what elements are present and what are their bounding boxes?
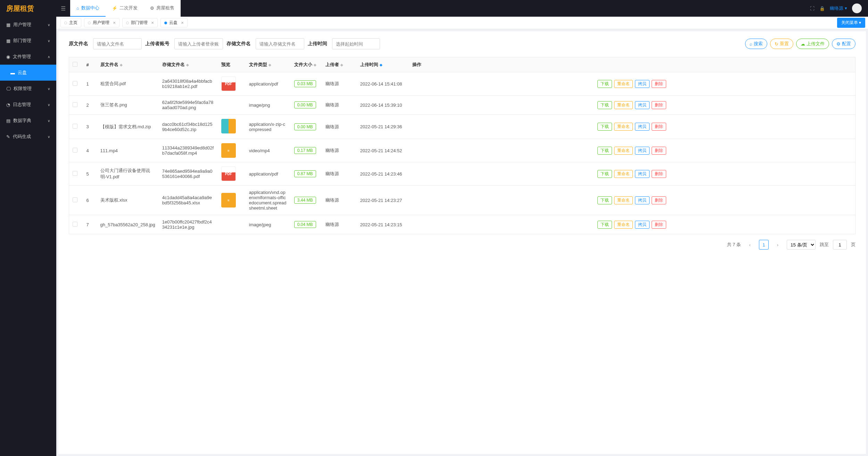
page-tab-1[interactable]: 用户管理✕ (84, 18, 119, 27)
header-tab-0[interactable]: ⌂数据中心 (70, 0, 106, 17)
username-link[interactable]: 幽络源 ▾ (830, 5, 847, 11)
row-index: 7 (83, 215, 97, 234)
row-uploader: 幽络源 (322, 96, 357, 115)
tab-indicator-icon (126, 22, 129, 24)
rename-button[interactable]: 重命名 (614, 196, 633, 204)
config-button[interactable]: ⚙ 配置 (832, 39, 855, 49)
copy-button[interactable]: 拷贝 (635, 147, 650, 155)
folder-icon: ▬ (10, 70, 15, 75)
reset-button[interactable]: ↻ 重置 (770, 39, 793, 49)
rename-button[interactable]: 重命名 (614, 123, 633, 131)
page-size-select[interactable]: 15 条/页 (787, 240, 816, 250)
lock-icon[interactable]: 🔒 (819, 6, 825, 11)
copy-button[interactable]: 拷贝 (635, 123, 650, 131)
delete-button[interactable]: 删除 (652, 221, 666, 229)
copy-button[interactable]: 拷贝 (635, 196, 650, 204)
delete-button[interactable]: 删除 (652, 123, 666, 131)
orig-filename-input[interactable] (93, 38, 142, 49)
avatar[interactable] (852, 3, 862, 13)
row-checkbox[interactable] (73, 81, 77, 86)
menu-toggle-icon[interactable]: ☰ (56, 5, 70, 12)
delete-button[interactable]: 删除 (652, 196, 666, 204)
rename-button[interactable]: 重命名 (614, 80, 633, 88)
row-orig-filename: 租赁合同.pdf (97, 72, 159, 96)
upload-button[interactable]: ☁ 上传文件 (796, 39, 829, 49)
rename-button[interactable]: 重命名 (614, 170, 633, 178)
table-row: 1租赁合同.pdf2a643018f08a4a4bbfacbb19218ab1e… (69, 72, 855, 96)
total-count-text: 共 7 条 (727, 242, 741, 248)
close-menu-button[interactable]: 关闭菜单 ▾ (837, 18, 865, 28)
rename-button[interactable]: 重命名 (614, 221, 633, 229)
row-file-type: image/jpeg (246, 215, 291, 234)
sidebar-item-6[interactable]: ✎代码生成∨ (0, 129, 56, 145)
page-tab-2[interactable]: 部门管理✕ (122, 18, 158, 27)
download-button[interactable]: 下载 (597, 221, 612, 229)
row-upload-time: 2022-06-14 15:41:08 (357, 72, 409, 96)
close-icon[interactable]: ✕ (181, 21, 184, 25)
sort-icon: ◆ (268, 63, 271, 67)
prev-page-button[interactable]: ‹ (745, 240, 755, 250)
col-orig-filename[interactable]: 原文件名◆ (97, 57, 159, 72)
tab-icon: ⌂ (76, 6, 79, 11)
page-suffix: 页 (851, 242, 855, 248)
sidebar-item-5[interactable]: ▤数据字典∨ (0, 113, 56, 129)
menu-icon: ▤ (6, 118, 10, 123)
uploader-input[interactable] (174, 38, 223, 49)
row-checkbox[interactable] (73, 222, 77, 227)
app-logo: 房屋租赁 (0, 4, 56, 13)
sidebar-item-0[interactable]: ▦用户管理∨ (0, 17, 56, 33)
col-store-filename[interactable]: 存储文件名◆ (159, 57, 218, 72)
col-uploader[interactable]: 上传者◆ (322, 57, 357, 72)
delete-button[interactable]: 删除 (652, 80, 666, 88)
search-button[interactable]: ⌕ 搜索 (745, 39, 767, 49)
row-checkbox[interactable] (73, 197, 77, 202)
copy-button[interactable]: 拷贝 (635, 170, 650, 178)
chevron-down-icon: ∨ (48, 103, 50, 107)
copy-button[interactable]: 拷贝 (635, 101, 650, 109)
page-number-1[interactable]: 1 (759, 240, 769, 250)
rename-button[interactable]: 重命名 (614, 101, 633, 109)
delete-button[interactable]: 删除 (652, 101, 666, 109)
menu-icon: ▦ (6, 22, 10, 27)
copy-button[interactable]: 拷贝 (635, 221, 650, 229)
delete-button[interactable]: 删除 (652, 147, 666, 155)
row-checkbox[interactable] (73, 171, 77, 176)
page-jump-input[interactable] (833, 240, 847, 250)
sidebar-item-2[interactable]: ◉文件管理∧ (0, 49, 56, 65)
download-button[interactable]: 下载 (597, 196, 612, 204)
row-checkbox[interactable] (73, 124, 77, 129)
delete-button[interactable]: 删除 (652, 170, 666, 178)
sidebar-item-4[interactable]: ◔日志管理∨ (0, 97, 56, 113)
menu-icon: 🖵 (6, 86, 11, 91)
sidebar-item-3[interactable]: 🖵权限管理∨ (0, 81, 56, 97)
next-page-button[interactable]: › (773, 240, 783, 250)
close-icon[interactable]: ✕ (113, 21, 116, 25)
sidebar-item-1[interactable]: ▦部门管理∨ (0, 33, 56, 49)
orig-filename-label: 原文件名 (69, 41, 88, 47)
row-checkbox[interactable] (73, 102, 77, 107)
download-button[interactable]: 下载 (597, 147, 612, 155)
upload-time-input[interactable] (332, 38, 380, 49)
size-badge: 0.04 MB (294, 221, 316, 228)
select-all-checkbox[interactable] (73, 62, 77, 67)
sidebar-subitem-2-0[interactable]: ▬云盘 (0, 65, 56, 81)
row-checkbox[interactable] (73, 148, 77, 153)
chevron-up-icon: ∧ (48, 55, 50, 59)
close-icon[interactable]: ✕ (151, 21, 154, 25)
rename-button[interactable]: 重命名 (614, 147, 633, 155)
fullscreen-icon[interactable]: ⛶ (810, 6, 815, 11)
refresh-icon: ↻ (775, 41, 778, 47)
download-button[interactable]: 下载 (597, 80, 612, 88)
download-button[interactable]: 下载 (597, 170, 612, 178)
page-tab-0[interactable]: 主页 (60, 18, 81, 27)
col-type[interactable]: 文件类型◆ (246, 57, 291, 72)
download-button[interactable]: 下载 (597, 101, 612, 109)
store-filename-input[interactable] (256, 38, 304, 49)
col-size[interactable]: 文件大小◆ (291, 57, 322, 72)
col-time[interactable]: 上传时间◆ (357, 57, 409, 72)
header-tab-2[interactable]: ⚙房屋租售 (144, 0, 181, 17)
copy-button[interactable]: 拷贝 (635, 80, 650, 88)
download-button[interactable]: 下载 (597, 123, 612, 131)
header-tab-1[interactable]: ⚡二次开发 (106, 0, 144, 17)
page-tab-3[interactable]: 云盘✕ (160, 18, 188, 27)
